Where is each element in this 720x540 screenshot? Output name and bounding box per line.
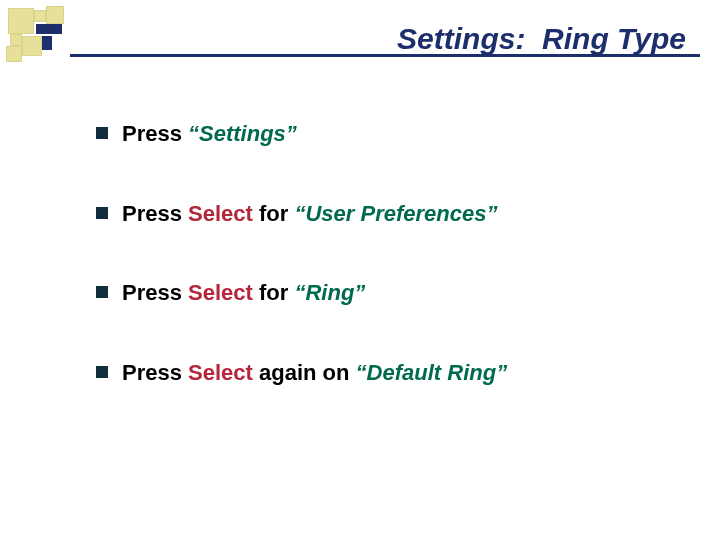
list-item: Press Select again on “Default Ring”: [96, 359, 680, 387]
list-item: Press “Settings”: [96, 120, 680, 148]
bullet-list: Press “Settings” Press Select for “User …: [96, 120, 680, 438]
text-plain: Press: [122, 121, 188, 146]
slide: Settings: Ring Type Press “Settings” Pre…: [0, 0, 720, 540]
text-plain: for: [253, 201, 295, 226]
bullet-icon: [96, 127, 108, 139]
text-quoted: “Settings”: [188, 121, 297, 146]
text-select: Select: [188, 360, 253, 385]
bullet-icon: [96, 207, 108, 219]
text-select: Select: [188, 280, 253, 305]
text-plain: Press: [122, 360, 188, 385]
bullet-text: Press Select for “Ring”: [122, 279, 365, 307]
text-select: Select: [188, 201, 253, 226]
corner-decoration: [6, 6, 66, 66]
text-quoted: “Ring”: [294, 280, 365, 305]
text-quoted: “Default Ring”: [356, 360, 508, 385]
text-plain: Press: [122, 280, 188, 305]
text-plain: Press: [122, 201, 188, 226]
bullet-icon: [96, 366, 108, 378]
list-item: Press Select for “Ring”: [96, 279, 680, 307]
text-plain: again on: [253, 360, 356, 385]
slide-title: Settings: Ring Type: [397, 22, 686, 56]
list-item: Press Select for “User Preferences”: [96, 200, 680, 228]
bullet-text: Press Select for “User Preferences”: [122, 200, 497, 228]
bullet-icon: [96, 286, 108, 298]
text-quoted: “User Preferences”: [294, 201, 497, 226]
bullet-text: Press “Settings”: [122, 120, 297, 148]
text-plain: for: [253, 280, 295, 305]
bullet-text: Press Select again on “Default Ring”: [122, 359, 507, 387]
